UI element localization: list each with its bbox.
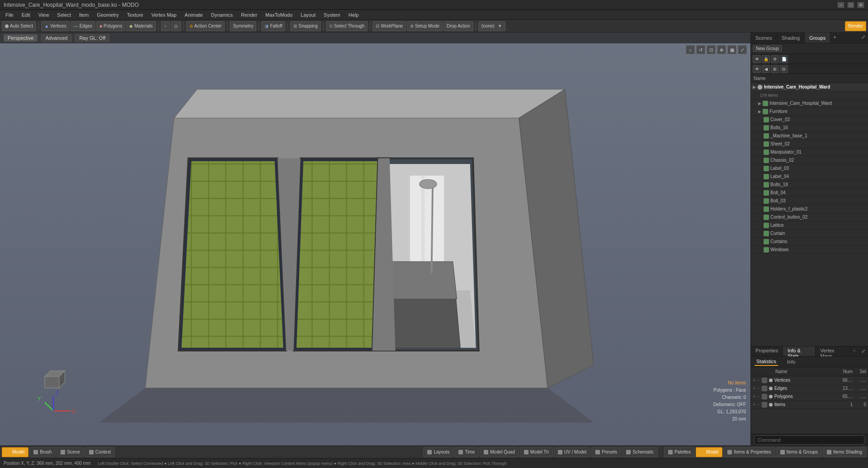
add-tab-button[interactable]: + (830, 33, 839, 43)
model-view-button[interactable]: Model (696, 447, 722, 457)
new-group-button[interactable]: New Group (753, 45, 782, 52)
grp-icon-eye[interactable]: 👁 (753, 55, 761, 63)
items-groups-button[interactable]: Items & Groups (776, 447, 822, 457)
render-mode-btn1[interactable]: ○ (161, 21, 170, 31)
symmetry-button[interactable]: Symmetry (230, 21, 256, 31)
tree-item[interactable]: Manipulator_01 (751, 148, 868, 156)
stats-ctrl-plus-4[interactable]: + (753, 402, 755, 407)
menu-animate[interactable]: Animate (181, 11, 206, 19)
brush-mode-button[interactable]: Brush (29, 447, 56, 457)
tree-item[interactable]: ▶ Intensive_Care_Hospital_Ward (751, 99, 868, 108)
tab-shading[interactable]: Shading (777, 33, 805, 43)
stats-ctrl-minus-1[interactable]: − (757, 378, 760, 383)
layouts-button[interactable]: Layouts (423, 447, 453, 457)
statistics-tab[interactable]: Statistics (755, 358, 778, 366)
edges-button[interactable]: — Edges (71, 21, 95, 31)
menu-texture[interactable]: Texture (123, 11, 147, 19)
vp-refresh-btn[interactable]: ↺ (696, 45, 705, 54)
tree-item[interactable]: Bolts_18 (751, 181, 868, 189)
command-input[interactable] (755, 435, 864, 445)
stats-ctrl-plus-3[interactable]: + (753, 394, 755, 399)
grp-icon-file[interactable]: 📄 (780, 55, 788, 63)
info-tab[interactable]: Info (785, 358, 797, 365)
tab-scenes[interactable]: Scenes (751, 33, 777, 43)
snapping-button[interactable]: ⊞ Snapping (290, 21, 321, 31)
tree-item[interactable]: Bolt_04 (751, 189, 868, 197)
select-through-button[interactable]: ⊙ Select Through (326, 21, 368, 31)
vertices-button[interactable]: ▲ Vertices (41, 21, 69, 31)
drop-action-button[interactable]: Drop Action (443, 21, 473, 31)
stats-row-vertices[interactable]: + − Vertices 66.... ..... (751, 376, 868, 384)
tab-vertex-maps[interactable]: Vertex Maps (816, 346, 850, 356)
props-expand-button[interactable]: ⤢ (859, 346, 868, 356)
vp-zoom-btn[interactable]: ⊕ (717, 45, 726, 54)
menu-item[interactable]: Item (75, 11, 92, 19)
menu-select[interactable]: Select (53, 11, 75, 19)
menu-system[interactable]: System (320, 11, 344, 19)
tree-item[interactable]: Curtains (751, 238, 868, 246)
menu-render[interactable]: Render (237, 11, 261, 19)
polygons-button[interactable]: ■ Polygons (96, 21, 125, 31)
context-mode-button[interactable]: Context (85, 447, 115, 457)
time-button[interactable]: Time (454, 447, 479, 457)
tree-item[interactable]: _Machine_base_1 (751, 132, 868, 140)
workplane-button[interactable]: ⊟ WorkPlane (373, 21, 406, 31)
grp-icon2-arrow[interactable]: ◀ (762, 65, 770, 73)
tree-root-item[interactable]: ▶ Intensive_Care_Hospital_Ward (751, 83, 868, 91)
stats-ctrl-minus-3[interactable]: − (757, 394, 760, 399)
tree-item[interactable]: Label_03 (751, 164, 868, 173)
tree-item[interactable]: Sheet_02 (751, 140, 868, 148)
advanced-button[interactable]: Advanced (41, 34, 71, 42)
maximize-button[interactable]: □ (847, 2, 854, 8)
model-mode-button[interactable]: Model (2, 447, 28, 457)
stats-ctrl-plus-1[interactable]: + (753, 378, 755, 383)
grp-icon-settings[interactable]: ⚙ (771, 55, 779, 63)
model-tri-button[interactable]: Model Tri (520, 447, 553, 457)
vp-menu-btn[interactable]: ▦ (727, 45, 736, 54)
menu-dynamics[interactable]: Dynamics (208, 11, 236, 19)
add-props-tab-button[interactable]: + (850, 346, 859, 356)
groups-tree[interactable]: ▶ Intensive_Care_Hospital_Ward 179 Items… (751, 83, 868, 346)
menu-vertexmap[interactable]: Vertex Map (148, 11, 180, 19)
tree-item[interactable]: Bolt_03 (751, 197, 868, 205)
render-button[interactable]: Render (845, 21, 866, 31)
setup-mode-button[interactable]: ⊕ Setup Mode (407, 21, 443, 31)
perspective-button[interactable]: Perspective (4, 34, 38, 42)
close-button[interactable]: ✕ (857, 2, 864, 8)
stats-row-items[interactable]: + − Items 1 0 (751, 401, 868, 409)
grp-icon2-expand[interactable]: ⊞ (771, 65, 779, 73)
tab-groups[interactable]: Groups (805, 33, 830, 43)
stats-ctrl-plus-2[interactable]: + (753, 386, 755, 391)
viewport-area[interactable]: Perspective Advanced Ray GL: Off ⌂ ↺ ⊡ ⊕… (0, 33, 750, 445)
none-dropdown-button[interactable]: (none) ▼ (478, 21, 505, 31)
tree-item[interactable]: Cover_02 (751, 116, 868, 124)
vp-home-btn[interactable]: ⌂ (686, 45, 695, 54)
materials-button[interactable]: ◆ Materials (126, 21, 156, 31)
tree-item[interactable]: Curtain (751, 229, 868, 238)
render-mode-btn2[interactable]: ◎ (171, 21, 181, 31)
menu-maxtomodo[interactable]: MaxToModo (262, 11, 296, 19)
tree-item[interactable]: Holders_f_plastic2 (751, 205, 868, 213)
ray-gl-button[interactable]: Ray GL: Off (75, 34, 109, 42)
menu-view[interactable]: View (35, 11, 53, 19)
schematic-button[interactable]: Schematic (622, 447, 658, 457)
menu-help[interactable]: Help (345, 11, 363, 19)
auto-select-button[interactable]: Auto Select (2, 21, 36, 31)
tab-properties[interactable]: Properties (751, 346, 783, 356)
grp-icon-lock[interactable]: 🔒 (762, 55, 770, 63)
stats-ctrl-minus-2[interactable]: − (757, 386, 760, 391)
uv-model-button[interactable]: UV / Model (554, 447, 590, 457)
falloff-button[interactable]: ◑ Falloff (261, 21, 285, 31)
stats-row-polygons[interactable]: + − Polygons 65.... ..... (751, 393, 868, 401)
tree-item[interactable]: Bolts_16 (751, 124, 868, 132)
minimize-button[interactable]: − (837, 2, 844, 8)
items-shading-button[interactable]: Items Shading (823, 447, 866, 457)
tree-item[interactable]: Control_button_02 (751, 213, 868, 221)
tree-item[interactable]: Windows (751, 246, 868, 254)
vp-fit-btn[interactable]: ⊡ (707, 45, 716, 54)
menu-geometry[interactable]: Geometry (93, 11, 122, 19)
tree-item[interactable]: ▶ Furniture (751, 108, 868, 116)
tab-info-stats[interactable]: Info & Stats (783, 346, 816, 356)
tree-item[interactable]: Label_04 (751, 173, 868, 181)
vp-expand-btn[interactable]: ⤢ (738, 45, 747, 54)
